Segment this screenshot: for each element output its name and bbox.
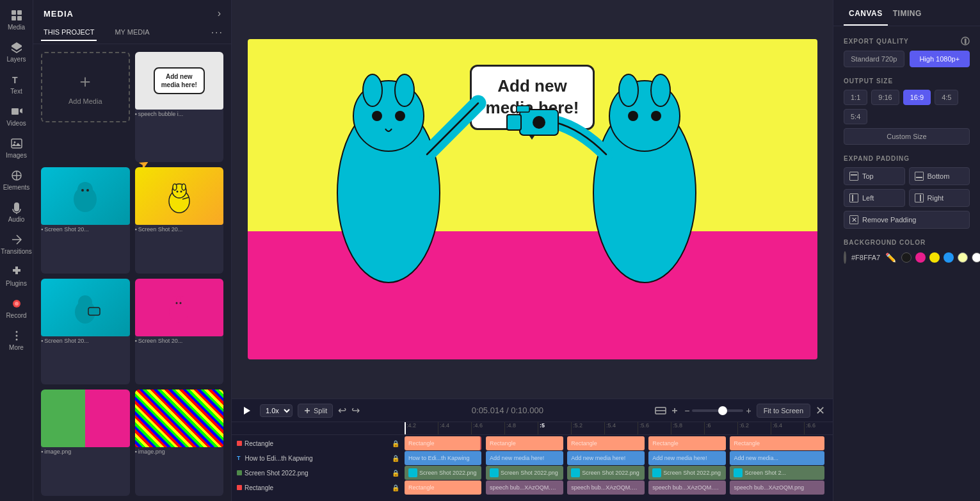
padding-bottom-button[interactable]: Bottom xyxy=(909,167,970,185)
svg-point-38 xyxy=(363,74,382,106)
media-item-image2[interactable]: ▪image.png xyxy=(135,390,224,496)
media-panel-title: MEDIA xyxy=(44,9,74,19)
clip[interactable]: speech bub...XAzOQM.png xyxy=(730,480,824,495)
media-item-screen3[interactable]: ▪Screen Shot 20... xyxy=(41,279,130,385)
timeline-current-time: 0:05.014 / 0:10.000 xyxy=(365,406,650,415)
size-4-5-button[interactable]: 4:5 xyxy=(935,90,958,105)
media-item-speech[interactable]: Add newmedia here! ▪speech bubble i... xyxy=(135,52,224,162)
tab-canvas[interactable]: CANVAS xyxy=(844,0,888,26)
track-row-rect1: Rectangle 🔒 Rectangle Rectangle Rectangl… xyxy=(232,436,833,450)
track-content-rect1[interactable]: Rectangle Rectangle Rectangle Rectangle … xyxy=(405,436,833,450)
padding-grid: Top Bottom Left Right xyxy=(844,167,970,207)
sidebar-item-layers[interactable]: Layers xyxy=(3,37,31,67)
padding-top-button[interactable]: Top xyxy=(844,167,905,185)
size-1-1-button[interactable]: 1:1 xyxy=(844,90,867,105)
remove-padding-button[interactable]: ✕ Remove Padding xyxy=(844,211,970,229)
size-9-16-button[interactable]: 9:16 xyxy=(871,90,899,105)
clip[interactable]: Rectangle xyxy=(648,436,725,450)
zoom-slider-thumb[interactable] xyxy=(718,406,727,415)
clip[interactable]: speech bub...XAzOQM.png xyxy=(648,480,725,495)
timeline-close-button[interactable]: ✕ xyxy=(815,404,825,418)
track-content-rect2[interactable]: Rectangle speech bub...XAzOQM.png speech… xyxy=(405,480,833,495)
zoom-slider-track[interactable] xyxy=(692,409,743,412)
track-lock-text-button[interactable]: 🔒 xyxy=(392,455,399,462)
clip[interactable]: Screen Shot 2022.png xyxy=(567,466,644,480)
eyedropper-button[interactable]: ✏️ xyxy=(885,252,896,263)
play-button[interactable] xyxy=(239,403,255,418)
clip[interactable]: Add new media here! xyxy=(486,451,563,465)
color-preset-black[interactable] xyxy=(901,252,912,263)
svg-marker-52 xyxy=(244,407,250,415)
track-content-text[interactable]: How to Edi...th Kapwing Add new media he… xyxy=(405,451,833,465)
media-item-image1[interactable]: ▪image.png xyxy=(41,390,130,496)
sidebar-item-videos[interactable]: Videos xyxy=(3,101,31,131)
sidebar-item-text[interactable]: T Text xyxy=(3,69,31,99)
color-preset-blue[interactable] xyxy=(944,252,954,263)
clip[interactable]: Add new media here! xyxy=(567,451,644,465)
padding-left-button[interactable]: Left xyxy=(844,189,905,207)
sidebar-item-transitions[interactable]: Transitions xyxy=(3,229,31,259)
sidebar-item-plugins[interactable]: Plugins xyxy=(3,261,31,291)
media-more-button[interactable]: ··· xyxy=(211,27,223,38)
clip[interactable]: Screen Shot 2022.png xyxy=(648,466,725,480)
undo-button[interactable]: ↩ xyxy=(338,404,346,416)
media-panel-close-button[interactable]: › xyxy=(218,8,221,19)
sidebar-item-record[interactable]: Record xyxy=(3,293,31,323)
zoom-in-button[interactable]: + xyxy=(746,406,751,416)
fit-screen-button[interactable]: Fit to Screen xyxy=(757,404,810,418)
media-item-screen1[interactable]: ▪Screen Shot 20... xyxy=(41,167,130,274)
redo-button[interactable]: ↪ xyxy=(351,404,360,416)
track-lock-button[interactable]: 🔒 xyxy=(392,440,399,447)
speed-select[interactable]: 1.0x xyxy=(260,404,293,417)
clip[interactable]: Screen Shot 2022.png xyxy=(486,466,563,480)
bg-color-swatch[interactable] xyxy=(844,251,846,264)
clip[interactable]: Screen Shot 2... xyxy=(730,466,824,480)
timeline-ruler: :4.2 :4.4 :4.6 :4.8 :5 :5.2 :5.4 :5.6 :5… xyxy=(232,422,833,435)
clip[interactable]: How to Edi...th Kapwing xyxy=(405,451,481,465)
clip[interactable]: speech bub...XAzOQM.png xyxy=(567,480,644,495)
standard-quality-button[interactable]: Standard 720p xyxy=(844,51,904,67)
svg-point-46 xyxy=(628,111,638,121)
clip[interactable]: Add new media... xyxy=(730,451,824,465)
color-preset-white[interactable] xyxy=(972,252,980,263)
track-content-image[interactable]: Screen Shot 2022.png Screen Shot 2022.pn… xyxy=(405,466,833,480)
sidebar-item-more[interactable]: More xyxy=(3,325,31,355)
sidebar-item-media[interactable]: Media xyxy=(3,5,31,35)
tab-my-media[interactable]: MY MEDIA xyxy=(112,24,152,41)
custom-size-button[interactable]: Custom Size xyxy=(844,128,970,145)
canvas-main[interactable]: Add newmedia here! xyxy=(232,0,833,398)
color-preset-lightyellow[interactable] xyxy=(958,252,968,263)
clip[interactable]: Rectangle xyxy=(730,436,824,450)
track-lock-rect2-button[interactable]: 🔒 xyxy=(392,484,399,491)
clip[interactable]: Rectangle xyxy=(405,436,481,450)
clip[interactable]: Rectangle xyxy=(567,436,644,450)
size-5-4-button[interactable]: 5:4 xyxy=(844,109,867,124)
sidebar-item-audio[interactable]: Audio xyxy=(3,197,31,227)
add-media-button[interactable]: ＋ Add Media xyxy=(41,52,130,122)
high-quality-button[interactable]: High 1080p+ xyxy=(910,51,970,67)
split-button[interactable]: Split xyxy=(298,404,333,418)
color-preset-pink[interactable] xyxy=(915,252,926,263)
svg-rect-51 xyxy=(517,106,529,112)
padding-right-button[interactable]: Right xyxy=(909,189,970,207)
clip[interactable]: speech bub...XAzOQM.png xyxy=(486,480,563,495)
canvas-frame: Add newmedia here! xyxy=(248,39,817,359)
track-lock-img-button[interactable]: 🔒 xyxy=(392,470,399,477)
media-item-screen4[interactable]: ▪Screen Shot 20... xyxy=(135,279,224,385)
playhead[interactable] xyxy=(405,422,406,434)
tab-timing[interactable]: TIMING xyxy=(888,0,927,26)
media-item-screen2[interactable]: ▪Screen Shot 20... xyxy=(135,167,224,274)
sidebar-item-elements[interactable]: Elements xyxy=(3,165,31,195)
clip[interactable]: Rectangle xyxy=(405,480,481,495)
zoom-out-button[interactable]: − xyxy=(684,406,689,416)
color-preset-yellow[interactable] xyxy=(929,252,940,263)
clip[interactable]: Screen Shot 2022.png xyxy=(405,466,481,480)
media-grid: ＋ Add Media ➤ Add newmedia here! ▪speech… xyxy=(33,47,231,501)
sidebar-item-images[interactable]: Images xyxy=(3,133,31,163)
left-sidebar: Media Layers T Text Videos Images Elemen… xyxy=(0,0,33,501)
clip[interactable]: Add new media here! xyxy=(648,451,725,465)
size-16-9-button[interactable]: 16:9 xyxy=(903,90,931,105)
tab-this-project[interactable]: THIS PROJECT xyxy=(41,24,97,41)
svg-rect-0 xyxy=(12,10,16,15)
clip[interactable]: Rectangle xyxy=(486,436,563,450)
